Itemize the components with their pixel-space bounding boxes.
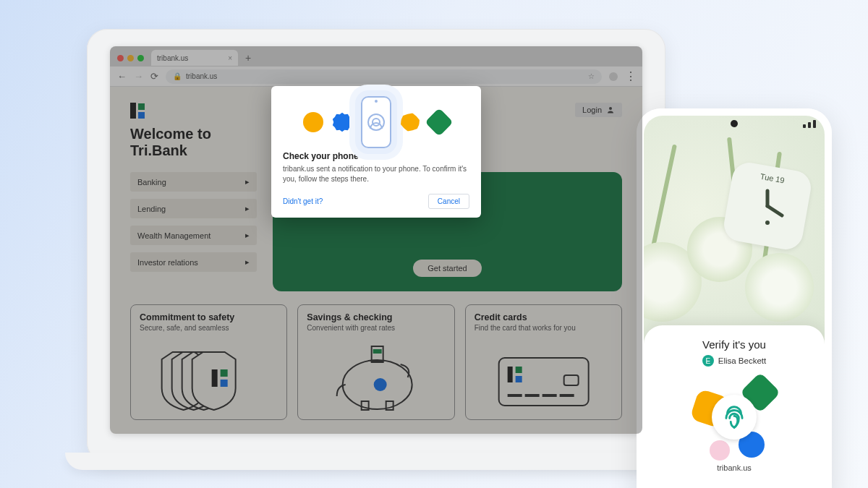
clock-widget[interactable]: Tue 19	[721, 160, 813, 252]
person-outline-icon	[367, 114, 385, 131]
phone-screen: Tue 19 Verify it's you E Elisa Beckett	[644, 116, 825, 488]
sheet-title: Verify it's you	[655, 338, 813, 351]
laptop-frame: tribank.us × + ← → ⟳ 🔒 tribank.us ☆ ⋮	[87, 29, 665, 463]
clock-hands-icon	[742, 181, 793, 231]
phone-frame: Tue 19 Verify it's you E Elisa Beckett	[637, 108, 832, 488]
fingerprint-icon	[720, 403, 748, 431]
deco-seal-icon	[332, 112, 352, 132]
dialog-title: Check your phone	[283, 151, 469, 161]
fingerprint-area[interactable]	[691, 374, 778, 461]
check-phone-dialog: Check your phone tribank.us sent a notif…	[271, 86, 481, 218]
verify-bottom-sheet: Verify it's you E Elisa Beckett	[644, 325, 825, 488]
cancel-button[interactable]: Cancel	[428, 194, 469, 209]
laptop-base	[65, 453, 687, 470]
deco-flower-icon	[398, 110, 422, 134]
svg-line-20	[767, 206, 782, 215]
deco-diamond-icon	[425, 108, 454, 137]
phone-outline-icon	[361, 96, 391, 148]
dialog-illustration	[283, 96, 469, 148]
status-bar-signal-icon	[803, 120, 816, 128]
deco-blob-icon	[710, 440, 730, 461]
sheet-site-label: tribank.us	[655, 463, 813, 472]
account-row[interactable]: E Elisa Beckett	[655, 355, 813, 367]
browser-window: tribank.us × + ← → ⟳ 🔒 tribank.us ☆ ⋮	[110, 46, 642, 434]
avatar: E	[702, 355, 714, 367]
wallpaper-deco	[745, 253, 814, 322]
fingerprint-button[interactable]	[712, 395, 757, 440]
svg-point-21	[765, 221, 770, 225]
deco-circle-icon	[303, 112, 323, 132]
user-name: Elisa Beckett	[718, 356, 766, 365]
dialog-message: tribank.us sent a notification to your p…	[283, 164, 469, 184]
didnt-get-it-link[interactable]: Didn't get it?	[283, 197, 323, 205]
phone-camera-icon	[731, 120, 738, 127]
